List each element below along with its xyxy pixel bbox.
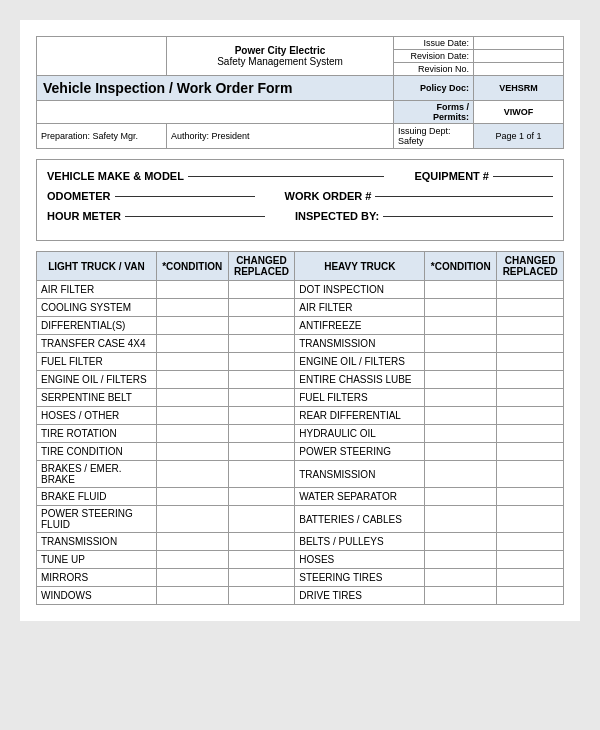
forms-permits-label: Forms / Permits: (394, 101, 474, 124)
condition-cell-lt (156, 569, 228, 587)
changed-cell-ht (497, 335, 564, 353)
vehicle-info-box: VEHICLE MAKE & MODEL EQUIPMENT # ODOMETE… (36, 159, 564, 241)
header-section: Power City Electric Safety Management Sy… (36, 36, 564, 149)
page-label: Page 1 of 1 (474, 124, 564, 149)
hour-meter-label: HOUR METER (47, 210, 121, 222)
changed-cell-lt (228, 551, 295, 569)
light-truck-item: AIR FILTER (37, 281, 157, 299)
revision-date-value (474, 50, 564, 63)
make-model-underline (188, 176, 385, 177)
condition-cell-lt (156, 371, 228, 389)
light-truck-item: BRAKES / EMER. BRAKE (37, 461, 157, 488)
changed-cell-lt (228, 335, 295, 353)
table-row: SERPENTINE BELT FUEL FILTERS (37, 389, 564, 407)
table-row: HOSES / OTHER REAR DIFFERENTIAL (37, 407, 564, 425)
authority-label: Authority: President (167, 124, 394, 149)
inspected-by-label: INSPECTED BY: (295, 210, 379, 222)
condition-cell-ht (425, 425, 497, 443)
light-truck-item: TIRE ROTATION (37, 425, 157, 443)
changed-cell-ht (497, 443, 564, 461)
revision-no-value (474, 63, 564, 76)
light-truck-item: WINDOWS (37, 587, 157, 605)
changed-cell-ht (497, 299, 564, 317)
heavy-truck-item: WATER SEPARATOR (295, 488, 425, 506)
condition-cell-lt (156, 281, 228, 299)
policy-doc-label: Policy Doc: (394, 76, 474, 101)
hour-meter-row: HOUR METER INSPECTED BY: (47, 210, 553, 222)
heavy-truck-item: TRANSMISSION (295, 461, 425, 488)
policy-doc-value: VEHSRM (474, 76, 564, 101)
col-header-condition1: *CONDITION (156, 252, 228, 281)
light-truck-item: COOLING SYSTEM (37, 299, 157, 317)
table-row: MIRRORS STEERING TIRES (37, 569, 564, 587)
changed-cell-ht (497, 389, 564, 407)
changed-cell-ht (497, 506, 564, 533)
table-row: TRANSMISSION BELTS / PULLEYS (37, 533, 564, 551)
condition-cell-ht (425, 353, 497, 371)
preparation-label: Preparation: Safety Mgr. (37, 124, 167, 149)
changed-cell-lt (228, 353, 295, 371)
changed-cell-lt (228, 506, 295, 533)
issuing-dept-label: Issuing Dept: Safety (394, 124, 474, 149)
table-row: TIRE CONDITION POWER STEERING (37, 443, 564, 461)
changed-cell-lt (228, 569, 295, 587)
heavy-truck-item: FUEL FILTERS (295, 389, 425, 407)
heavy-truck-item: REAR DIFFERENTIAL (295, 407, 425, 425)
col-header-changed2: CHANGED REPLACED (497, 252, 564, 281)
condition-cell-lt (156, 299, 228, 317)
light-truck-item: TRANSFER CASE 4X4 (37, 335, 157, 353)
condition-cell-lt (156, 407, 228, 425)
changed-cell-lt (228, 533, 295, 551)
form-title: Vehicle Inspection / Work Order Form (37, 76, 394, 101)
heavy-truck-item: POWER STEERING (295, 443, 425, 461)
changed-cell-ht (497, 533, 564, 551)
changed-cell-lt (228, 371, 295, 389)
table-row: COOLING SYSTEM AIR FILTER (37, 299, 564, 317)
changed-cell-ht (497, 353, 564, 371)
issue-date-label: Issue Date: (394, 37, 474, 50)
forms-permits-value: VIWOF (474, 101, 564, 124)
light-truck-item: ENGINE OIL / FILTERS (37, 371, 157, 389)
condition-cell-ht (425, 299, 497, 317)
condition-cell-ht (425, 407, 497, 425)
make-model-row: VEHICLE MAKE & MODEL EQUIPMENT # (47, 170, 553, 182)
make-model-label: VEHICLE MAKE & MODEL (47, 170, 184, 182)
light-truck-item: TUNE UP (37, 551, 157, 569)
equipment-label: EQUIPMENT # (414, 170, 489, 182)
system-name: Safety Management System (171, 56, 389, 67)
changed-cell-ht (497, 317, 564, 335)
equipment-underline (493, 176, 553, 177)
table-row: BRAKES / EMER. BRAKE TRANSMISSION (37, 461, 564, 488)
condition-cell-ht (425, 461, 497, 488)
condition-cell-lt (156, 335, 228, 353)
condition-cell-lt (156, 587, 228, 605)
condition-cell-lt (156, 551, 228, 569)
company-name: Power City Electric (171, 45, 389, 56)
table-row: BRAKE FLUID WATER SEPARATOR (37, 488, 564, 506)
changed-cell-ht (497, 371, 564, 389)
heavy-truck-item: ENGINE OIL / FILTERS (295, 353, 425, 371)
changed-cell-lt (228, 488, 295, 506)
light-truck-item: MIRRORS (37, 569, 157, 587)
condition-cell-lt (156, 353, 228, 371)
work-order-label: WORK ORDER # (285, 190, 372, 202)
table-row: DIFFERENTIAL(S) ANTIFREEZE (37, 317, 564, 335)
changed-cell-ht (497, 587, 564, 605)
condition-cell-ht (425, 587, 497, 605)
light-truck-item: SERPENTINE BELT (37, 389, 157, 407)
condition-cell-ht (425, 281, 497, 299)
condition-cell-ht (425, 443, 497, 461)
col-header-changed1: CHANGED REPLACED (228, 252, 295, 281)
heavy-truck-item: BATTERIES / CABLES (295, 506, 425, 533)
changed-cell-lt (228, 443, 295, 461)
table-row: TIRE ROTATION HYDRAULIC OIL (37, 425, 564, 443)
heavy-truck-item: ANTIFREEZE (295, 317, 425, 335)
light-truck-item: POWER STEERING FLUID (37, 506, 157, 533)
changed-cell-lt (228, 299, 295, 317)
issue-date-value (474, 37, 564, 50)
table-row: TUNE UP HOSES (37, 551, 564, 569)
heavy-truck-item: BELTS / PULLEYS (295, 533, 425, 551)
condition-cell-lt (156, 533, 228, 551)
changed-cell-ht (497, 569, 564, 587)
hour-meter-underline (125, 216, 265, 217)
